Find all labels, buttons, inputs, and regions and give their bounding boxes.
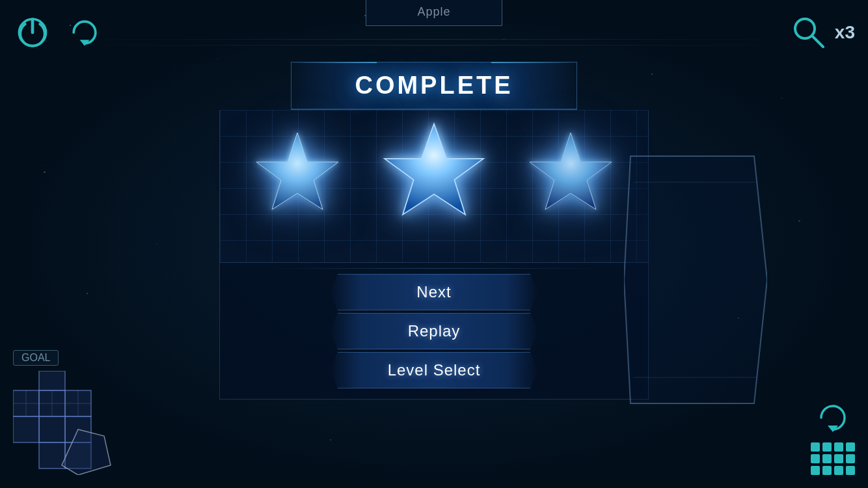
search-icon[interactable] [789,13,828,52]
buttons-section: Next Replay Level Select [219,263,649,400]
svg-line-4 [812,36,823,47]
svg-marker-6 [385,124,483,215]
dot [811,442,820,452]
level-select-button[interactable]: Level Select [330,352,538,388]
dot [811,466,820,475]
star-1 [242,123,353,243]
power-button[interactable] [13,13,52,52]
level-name-box: Apple [366,0,502,26]
bottom-left-panel: GOAL [13,350,117,475]
dot [834,442,843,452]
svg-rect-13 [39,371,65,390]
multiplier-label: x3 [835,22,855,43]
svg-rect-17 [39,442,65,468]
dot [834,454,843,463]
stars-panel [219,110,649,263]
svg-rect-14 [39,416,65,442]
puzzle-grid [13,371,117,475]
refresh-bottom-icon[interactable] [813,398,852,437]
dot [846,442,855,452]
dot [811,454,820,463]
connector-shape [624,150,767,413]
complete-header: COMPLETE [291,62,577,110]
replay-button[interactable]: Replay [330,313,538,349]
dot [822,454,832,463]
svg-rect-15 [13,416,39,442]
star-3 [515,123,626,243]
level-name: Apple [417,5,450,19]
svg-marker-7 [530,133,612,210]
bottom-right-panel [811,398,855,475]
dot [846,466,855,475]
dot [834,466,843,475]
goal-label: GOAL [13,350,59,366]
top-accent-lines [0,39,868,59]
dot [822,466,832,475]
top-right-controls: x3 [789,13,855,52]
top-left-controls [13,13,104,52]
divider-line [263,268,605,269]
complete-text: COMPLETE [355,72,513,99]
dot [846,454,855,463]
refresh-top-button[interactable] [65,13,104,52]
dots-grid [811,442,855,475]
dot [822,442,832,452]
next-button[interactable]: Next [330,274,538,310]
svg-marker-5 [256,133,338,210]
star-2 [372,116,496,243]
completion-panel: COMPLETE [206,62,662,400]
